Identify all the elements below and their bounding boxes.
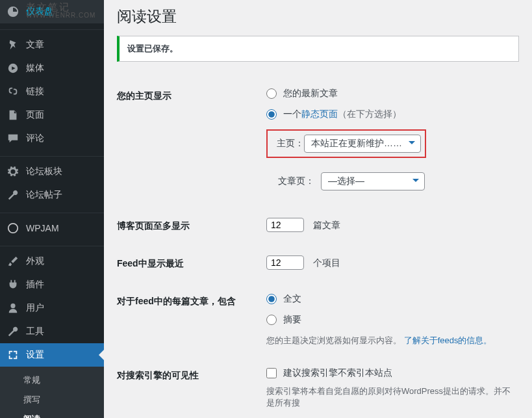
menu-plugins[interactable]: 插件: [0, 273, 104, 296]
feed-summary-option[interactable]: 摘要: [266, 314, 513, 326]
seo-checkbox-row[interactable]: 建议搜索引擎不索引本站点: [266, 367, 513, 379]
feed-count-unit: 个项目: [313, 257, 340, 268]
menu-separator: [0, 210, 104, 213]
media-icon: [6, 62, 19, 75]
settings-submenu: 常规 撰写 阅读 讨论: [0, 367, 104, 418]
menu-links[interactable]: 链接: [0, 80, 104, 103]
menu-pages[interactable]: 页面: [0, 103, 104, 127]
seo-noindex-checkbox[interactable]: [266, 368, 277, 378]
menu-wpjam[interactable]: WPJAM: [0, 216, 104, 240]
blog-count-input[interactable]: [266, 218, 304, 232]
posts-page-group: 文章页： —选择—: [278, 172, 513, 190]
menu-settings[interactable]: 设置: [0, 343, 104, 367]
pin-icon: [6, 38, 19, 51]
feed-content-label: 对于feed中的每篇文章，包含: [117, 283, 260, 357]
checkbox-label: 建议搜索引擎不索引本站点: [283, 367, 392, 379]
menu-tools[interactable]: 工具: [0, 320, 104, 343]
feed-count-label: Feed中显示最近: [117, 245, 260, 283]
menu-label: 页面: [26, 109, 44, 121]
tools-icon: [6, 325, 19, 338]
blog-count-label: 博客页面至多显示: [117, 207, 260, 245]
admin-sidebar: 老文笔记 WWW.WENRR.COM 仪表盘 文章 媒体 链接 页面 评论: [0, 0, 104, 418]
radio-label: 一个静态页面（在下方选择）: [283, 109, 401, 120]
text-suffix: （在下方选择）: [338, 109, 401, 119]
submenu-writing[interactable]: 撰写: [0, 390, 104, 410]
menu-comments[interactable]: 评论: [0, 127, 104, 150]
menu-label: 媒体: [26, 62, 44, 74]
feed-count-input[interactable]: [266, 255, 304, 270]
front-page-highlight: 主页： 本站正在更新维护……: [266, 129, 426, 158]
brush-icon: [6, 255, 19, 268]
menu-label: WPJAM: [26, 223, 59, 233]
dashboard-icon: [6, 5, 19, 18]
menu-label: 文章: [26, 39, 44, 51]
radio-latest-posts[interactable]: [266, 88, 277, 99]
menu-label: 论坛板块: [26, 166, 62, 177]
menu-posts[interactable]: 文章: [0, 33, 104, 57]
menu-label: 插件: [26, 279, 44, 291]
seo-visibility-label: 对搜索引擎的可见性: [117, 357, 260, 418]
menu-forum-boards[interactable]: 论坛板块: [0, 160, 104, 183]
radio-feed-summary[interactable]: [266, 315, 277, 325]
submenu-reading[interactable]: 阅读: [0, 410, 104, 418]
settings-icon: [6, 348, 19, 361]
menu-media[interactable]: 媒体: [0, 57, 104, 80]
text-prefix: 一个: [283, 109, 301, 119]
comment-icon: [6, 132, 19, 145]
wpjam-icon: [6, 222, 19, 235]
menu-label: 外观: [26, 255, 44, 267]
seo-description: 搜索引擎将本着自觉自愿的原则对待WordPress提出的请求。并不是所有搜: [266, 385, 513, 409]
menu-label: 链接: [26, 86, 44, 98]
menu-users[interactable]: 用户: [0, 296, 104, 320]
posts-page-select[interactable]: —选择—: [321, 172, 425, 190]
radio-feed-full[interactable]: [266, 294, 277, 304]
settings-form: 您的主页显示 您的最新文章 一个静态页面（在下方选择） 主页： 本: [117, 77, 519, 418]
feed-full-option[interactable]: 全文: [266, 293, 513, 305]
homepage-display-label: 您的主页显示: [117, 77, 260, 207]
menu-label: 工具: [26, 326, 44, 337]
gear-icon: [6, 165, 19, 178]
page-icon: [6, 109, 19, 122]
radio-label: 全文: [283, 293, 301, 305]
menu-forum-posts[interactable]: 论坛帖子: [0, 183, 104, 207]
posts-page-label: 文章页：: [278, 176, 314, 187]
static-page-link[interactable]: 静态页面: [301, 109, 338, 119]
page-title: 阅读设置: [117, 7, 519, 27]
menu-separator: [0, 27, 104, 30]
radio-label: 摘要: [283, 314, 301, 326]
feeds-info-link[interactable]: 了解关于feeds的信息。: [404, 335, 492, 345]
desc-text: 您的主题决定浏览器如何显示内容。: [266, 335, 401, 345]
blog-count-unit: 篇文章: [313, 220, 340, 230]
saved-notice: 设置已保存。: [117, 36, 519, 62]
menu-appearance[interactable]: 外观: [0, 250, 104, 273]
menu-label: 论坛帖子: [26, 189, 62, 201]
homepage-option-static[interactable]: 一个静态页面（在下方选择）: [266, 109, 513, 120]
submenu-general[interactable]: 常规: [0, 371, 104, 390]
menu-label: 设置: [26, 349, 44, 361]
menu-label: 仪表盘: [26, 6, 53, 18]
front-page-label: 主页：: [277, 138, 304, 150]
menu-dashboard[interactable]: 仪表盘: [0, 0, 104, 23]
svg-point-0: [8, 224, 18, 233]
menu-label: 评论: [26, 133, 44, 144]
user-icon: [6, 302, 19, 315]
link-icon: [6, 85, 19, 98]
menu-separator: [0, 153, 104, 157]
menu-label: 用户: [26, 302, 44, 314]
feed-description: 您的主题决定浏览器如何显示内容。 了解关于feeds的信息。: [266, 335, 513, 346]
menu-separator: [0, 243, 104, 246]
front-page-select[interactable]: 本站正在更新维护……: [304, 135, 421, 153]
main-content: 阅读设置 设置已保存。 您的主页显示 您的最新文章 一个静态页面（在下方选择）: [104, 0, 532, 418]
radio-static-page[interactable]: [266, 109, 277, 120]
wrench-icon: [6, 189, 19, 202]
plugin-icon: [6, 278, 19, 291]
radio-label: 您的最新文章: [283, 88, 338, 99]
homepage-option-latest[interactable]: 您的最新文章: [266, 88, 513, 99]
